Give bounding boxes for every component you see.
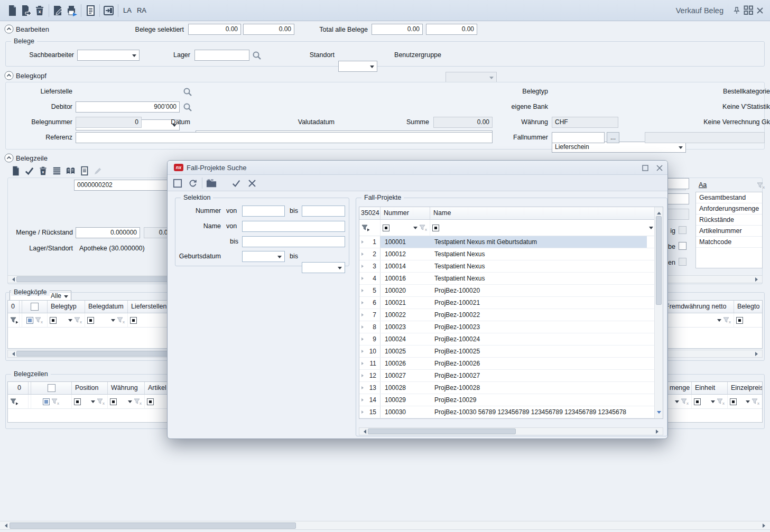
chevron-down-icon[interactable] — [68, 319, 72, 324]
chevron-down-icon[interactable] — [649, 227, 653, 231]
aa-filter-clear-icon[interactable]: x — [757, 182, 765, 189]
dialog-titlebar[interactable]: nx Fall-Projekte Suche — [168, 161, 667, 175]
filter-clear-icon[interactable]: x — [97, 398, 105, 405]
col-belegtyp[interactable]: Belegtyp — [48, 301, 85, 313]
fall-projekt-row[interactable]: 13100028ProjBez-100028 — [359, 382, 655, 394]
rows-view-button[interactable] — [50, 164, 63, 178]
chevron-down-icon[interactable] — [717, 319, 721, 324]
fallnummer-input[interactable] — [552, 132, 605, 143]
fall-projekt-row[interactable]: 3100014Testpatient Nexus — [359, 260, 655, 273]
scroll-right-icon[interactable] — [763, 524, 767, 528]
refresh-button[interactable] — [187, 178, 199, 189]
chevron-down-icon[interactable] — [746, 400, 750, 405]
belege-selektiert-value-1[interactable]: 0.00 — [188, 24, 241, 35]
scroll-right-icon[interactable] — [656, 430, 661, 434]
filter-clear-icon[interactable]: x — [717, 398, 725, 405]
select-all-header[interactable] — [22, 301, 48, 313]
total-value-1[interactable]: 0.00 — [372, 24, 423, 35]
filter-checkbox[interactable] — [730, 398, 737, 405]
cancel-button[interactable] — [246, 178, 258, 189]
window-hscrollbar[interactable] — [0, 521, 770, 530]
fall-projekt-row[interactable]: 11100026ProjBez-100026 — [359, 358, 655, 370]
menge-input[interactable]: 0.000000 — [76, 227, 140, 238]
fall-projekte-vscrollbar[interactable] — [654, 207, 663, 418]
chevron-down-icon[interactable] — [675, 400, 679, 405]
col-nummer[interactable]: Nummer — [381, 207, 430, 219]
chevron-down-icon[interactable] — [128, 400, 132, 405]
col-position[interactable]: Position — [72, 382, 108, 394]
chevron-down-icon[interactable] — [711, 400, 715, 405]
column-list-item[interactable]: Rückstände — [696, 214, 762, 226]
sachbearbeiter-select[interactable] — [77, 50, 140, 61]
fallnummer-browse-button[interactable]: ... — [607, 132, 619, 143]
column-list-item[interactable]: Anforderungsmenge — [696, 203, 762, 214]
fall-projekte-hscrollbar[interactable] — [359, 427, 663, 435]
filter-checkbox[interactable] — [110, 398, 117, 405]
export-document-button[interactable] — [19, 4, 33, 17]
column-list-item[interactable]: Gesamtbestand — [696, 192, 762, 203]
total-value-2[interactable]: 0.00 — [426, 24, 477, 35]
fall-projekt-row[interactable]: 2100012Testpatient Nexus — [359, 248, 655, 260]
name-bis-input[interactable] — [242, 236, 345, 247]
fall-projekt-row[interactable]: 9100024ProjBez-100024 — [359, 333, 655, 346]
scroll-left-icon[interactable] — [361, 430, 366, 434]
fall-projekt-row[interactable]: 5100020ProjBez-100020 — [359, 285, 655, 297]
col-einzelpreis[interactable]: Einzelpreis — [728, 382, 762, 394]
filter-clear-icon[interactable]: x — [752, 398, 760, 405]
filter-checkbox[interactable] — [50, 317, 57, 324]
filter-clear-icon[interactable]: x — [134, 398, 142, 405]
scroll-up-icon[interactable] — [657, 210, 661, 214]
scroll-left-icon[interactable] — [3, 524, 7, 528]
fall-projekt-row[interactable]: 15100030ProjBez-10030 56789 123456789 12… — [359, 406, 655, 418]
delete-document-button[interactable]: x — [33, 4, 47, 17]
filter-clear-icon[interactable]: x — [681, 398, 689, 405]
dialog-close-icon[interactable] — [654, 162, 665, 174]
referenz-input[interactable] — [76, 132, 493, 143]
filter-row-icon[interactable] — [10, 398, 18, 405]
filter-clear-icon[interactable]: x — [723, 317, 731, 324]
scroll-right-icon[interactable] — [755, 352, 760, 356]
filter-checkbox[interactable] — [432, 225, 439, 231]
belegtyp-select[interactable]: Lieferschein — [552, 142, 686, 153]
select-all-checkbox[interactable] — [31, 303, 39, 311]
new-document-button[interactable] — [5, 4, 19, 17]
chevron-down-icon[interactable] — [91, 400, 95, 405]
geburtsdatum-bis-select[interactable] — [302, 262, 345, 273]
fall-projekt-row[interactable]: 6100021ProjBez-100021 — [359, 297, 655, 309]
filter-row-icon[interactable] — [361, 225, 370, 231]
collapse-belegkopf-icon[interactable] — [4, 71, 14, 80]
select-all-header[interactable] — [31, 382, 72, 394]
dialog-maximize-icon[interactable] — [639, 162, 651, 174]
filter-checkbox[interactable] — [383, 225, 389, 231]
aa-filter-label[interactable]: Aa — [699, 181, 707, 189]
document-list-button[interactable] — [84, 4, 97, 17]
fall-projekt-row[interactable]: 8100023ProjBez-100023 — [359, 321, 655, 333]
fall-projekt-row[interactable]: 12100027ProjBez-100027 — [359, 370, 655, 382]
filter-clear-icon[interactable]: x — [419, 225, 428, 231]
page-view-button[interactable] — [77, 164, 91, 178]
scroll-left-icon[interactable] — [10, 277, 15, 282]
select-all-checkbox[interactable] — [48, 384, 55, 392]
filter-checkbox[interactable] — [736, 317, 743, 324]
confirm-line-button[interactable] — [22, 164, 36, 178]
nummer-bis-input[interactable] — [302, 206, 345, 217]
pin-icon[interactable] — [731, 5, 743, 16]
fall-projekt-row[interactable]: 1100001Testpatient Nexus mit Geburtsdatu… — [359, 236, 655, 248]
filter-clear-icon[interactable]: x — [74, 317, 82, 324]
lieferstelle-search-icon[interactable] — [182, 86, 193, 97]
fall-projekt-row[interactable]: 14100029ProjBez-10029 — [359, 394, 655, 406]
scroll-down-icon[interactable] — [657, 411, 661, 416]
fall-projekt-row[interactable]: 10100025ProjBez-100025 — [359, 346, 655, 358]
select-mode-button[interactable] — [172, 178, 183, 189]
filter-checkbox[interactable] — [74, 398, 81, 405]
name-von-input[interactable] — [242, 221, 345, 232]
collapse-belegzeile-icon[interactable] — [4, 153, 14, 163]
window-close-icon[interactable] — [754, 5, 766, 16]
filter-row-icon[interactable] — [10, 317, 18, 324]
col-belegtotal[interactable]: Belegto — [734, 301, 762, 313]
belege-selektiert-value-2[interactable]: 0.00 — [243, 24, 294, 35]
col-fremdwaehrung[interactable]: Fremdwährung netto — [662, 301, 734, 313]
standort-select[interactable] — [338, 61, 377, 72]
confirm-button[interactable] — [230, 178, 242, 189]
fall-projekt-row[interactable]: 7100022ProjBez-100022 — [359, 309, 655, 321]
